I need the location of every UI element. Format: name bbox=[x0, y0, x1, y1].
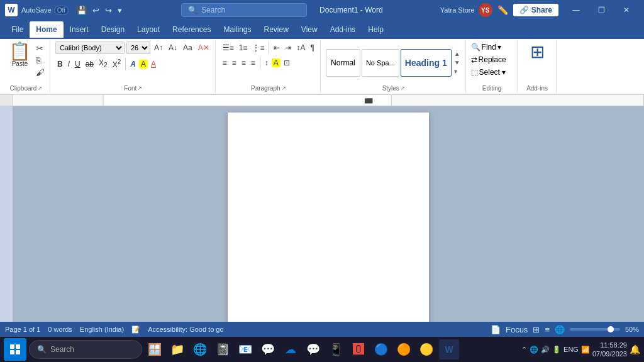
taskbar-whatsapp-icon[interactable]: 💬 bbox=[303, 339, 323, 359]
start-button[interactable] bbox=[4, 338, 26, 361]
align-left-button[interactable]: ≡ bbox=[221, 57, 229, 69]
redo-icon[interactable]: ↪ bbox=[103, 4, 114, 16]
taskbar-widgets-icon[interactable]: 🪟 bbox=[145, 339, 165, 359]
line-spacing-button[interactable]: ↕ bbox=[263, 57, 270, 69]
format-painter-button[interactable]: 🖌 bbox=[35, 67, 46, 78]
tab-addins[interactable]: Add-ins bbox=[324, 21, 362, 38]
align-center-button[interactable]: ≡ bbox=[230, 57, 238, 69]
wifi-icon[interactable]: 📶 bbox=[581, 346, 590, 354]
underline-button[interactable]: U bbox=[73, 58, 82, 70]
decrease-indent-button[interactable]: ⇤ bbox=[272, 42, 282, 53]
tab-view[interactable]: View bbox=[295, 21, 324, 38]
styles-scroll-up[interactable]: ▲ bbox=[453, 50, 462, 58]
numbering-button[interactable]: 1≡ bbox=[237, 42, 250, 53]
text-effects-button[interactable]: A bbox=[128, 58, 138, 70]
share-button[interactable]: 🔗 Share bbox=[513, 4, 558, 16]
change-case-button[interactable]: Aa bbox=[181, 42, 194, 53]
borders-button[interactable]: ⊡ bbox=[282, 57, 292, 69]
web-layout-icon[interactable]: 🌐 bbox=[555, 325, 565, 334]
tab-insert[interactable]: Insert bbox=[64, 21, 95, 38]
taskbar-onenote-icon[interactable]: 📓 bbox=[213, 339, 233, 359]
save-icon[interactable]: 💾 bbox=[75, 4, 89, 16]
find-button[interactable]: 🔍 Find ▾ bbox=[471, 41, 501, 53]
customize-qat-icon[interactable]: ▾ bbox=[116, 4, 124, 16]
clear-format-button[interactable]: A✕ bbox=[196, 42, 211, 53]
strikethrough-button[interactable]: ab bbox=[84, 58, 96, 70]
tab-review[interactable]: Review bbox=[257, 21, 294, 38]
justify-button[interactable]: ≡ bbox=[249, 57, 257, 69]
taskbar-browser2-icon[interactable]: 🟠 bbox=[394, 339, 414, 359]
taskbar-word-icon[interactable]: W bbox=[439, 339, 459, 359]
undo-icon[interactable]: ↩ bbox=[91, 4, 101, 16]
addins-icon[interactable]: ⊞ bbox=[530, 41, 545, 62]
sort-button[interactable]: ↕A bbox=[294, 42, 307, 53]
taskbar-edge-icon[interactable]: 🌐 bbox=[190, 339, 210, 359]
taskbar-onedrive-icon[interactable]: ☁ bbox=[280, 339, 301, 359]
styles-scroll-down[interactable]: ▼ bbox=[453, 58, 462, 67]
paragraph-expand-icon[interactable]: ↗ bbox=[282, 85, 286, 91]
styles-more[interactable]: ▾ bbox=[453, 67, 462, 75]
font-shrink-button[interactable]: A↓ bbox=[167, 42, 179, 53]
style-heading1[interactable]: Heading 1 bbox=[401, 49, 452, 77]
subscript-button[interactable]: X2 bbox=[97, 57, 109, 70]
select-button[interactable]: ⬚ Select ▾ bbox=[471, 67, 506, 78]
taskbar-search-input[interactable] bbox=[50, 345, 132, 354]
zoom-slider[interactable] bbox=[570, 328, 620, 331]
keyboard-layout[interactable]: ENG bbox=[564, 346, 579, 353]
tab-design[interactable]: Design bbox=[95, 21, 131, 38]
style-normal[interactable]: Normal bbox=[326, 49, 360, 77]
zoom-thumb[interactable] bbox=[608, 326, 614, 332]
copy-button[interactable]: ⎘ bbox=[35, 55, 46, 66]
increase-indent-button[interactable]: ⇥ bbox=[283, 42, 293, 53]
battery-icon[interactable]: 🔋 bbox=[552, 346, 561, 354]
show-marks-button[interactable]: ¶ bbox=[308, 42, 316, 53]
tab-references[interactable]: References bbox=[166, 21, 217, 38]
bold-button[interactable]: B bbox=[55, 58, 65, 70]
taskbar-opera-icon[interactable]: 🅾 bbox=[348, 339, 369, 359]
system-clock[interactable]: 11:58:29 07/09/2023 bbox=[592, 341, 627, 359]
taskbar-unknown-icon[interactable]: 🟡 bbox=[416, 339, 436, 359]
tab-home[interactable]: Home bbox=[30, 21, 63, 38]
style-no-spacing[interactable]: No Spa... bbox=[362, 49, 399, 77]
document-page[interactable] bbox=[228, 112, 429, 322]
font-size-select[interactable]: 26 bbox=[126, 41, 150, 54]
title-search-input[interactable] bbox=[201, 6, 289, 14]
shading-button[interactable]: A bbox=[272, 58, 280, 67]
taskbar-app1-icon[interactable]: 📱 bbox=[326, 339, 346, 359]
tab-mailings[interactable]: Mailings bbox=[217, 21, 257, 38]
title-search-bar[interactable]: 🔍 bbox=[181, 3, 307, 17]
chevron-up-icon[interactable]: ⌃ bbox=[521, 346, 527, 354]
font-family-select[interactable]: Calibri (Body) bbox=[55, 41, 125, 54]
font-expand-icon[interactable]: ↗ bbox=[138, 85, 142, 91]
replace-button[interactable]: ⇄ Replace bbox=[471, 54, 506, 65]
minimize-button[interactable]: — bbox=[564, 0, 589, 20]
taskbar-outlook-icon[interactable]: 📧 bbox=[235, 339, 255, 359]
notification-icon[interactable]: 🔔 bbox=[630, 344, 640, 354]
view-mode-icon[interactable]: ⊞ bbox=[533, 325, 540, 334]
text-highlight-button[interactable]: A bbox=[139, 60, 148, 69]
read-mode-icon[interactable]: ≡ bbox=[545, 325, 550, 334]
print-layout-icon[interactable]: 📄 bbox=[491, 325, 501, 334]
user-avatar[interactable]: YS bbox=[479, 3, 492, 17]
taskbar-search[interactable]: 🔍 bbox=[29, 340, 142, 359]
bullets-button[interactable]: ☰≡ bbox=[221, 42, 236, 53]
taskbar-files-icon[interactable]: 📁 bbox=[167, 339, 187, 359]
cut-button[interactable]: ✂ bbox=[35, 43, 46, 54]
tab-layout[interactable]: Layout bbox=[131, 21, 166, 38]
tab-file[interactable]: File bbox=[5, 21, 30, 38]
font-grow-button[interactable]: A↑ bbox=[152, 42, 165, 53]
tab-help[interactable]: Help bbox=[362, 21, 390, 38]
restore-button[interactable]: ❐ bbox=[589, 0, 614, 20]
focus-label[interactable]: Focus bbox=[506, 325, 528, 334]
multilevel-list-button[interactable]: ⋮≡ bbox=[250, 42, 266, 53]
styles-expand-icon[interactable]: ↗ bbox=[401, 85, 405, 91]
document-area[interactable] bbox=[13, 106, 644, 322]
font-color-button[interactable]: A bbox=[149, 58, 158, 70]
pen-icon[interactable]: ✏️ bbox=[497, 5, 508, 15]
ribbon-collapse-button[interactable]: ∧ bbox=[628, 24, 639, 35]
clipboard-expand-icon[interactable]: ↗ bbox=[38, 85, 42, 91]
taskbar-chrome-icon[interactable]: 🔵 bbox=[371, 339, 391, 359]
close-button[interactable]: ✕ bbox=[614, 0, 639, 20]
paste-button[interactable]: 📋 Paste bbox=[6, 41, 33, 69]
autosave-toggle[interactable]: Off bbox=[54, 6, 69, 15]
